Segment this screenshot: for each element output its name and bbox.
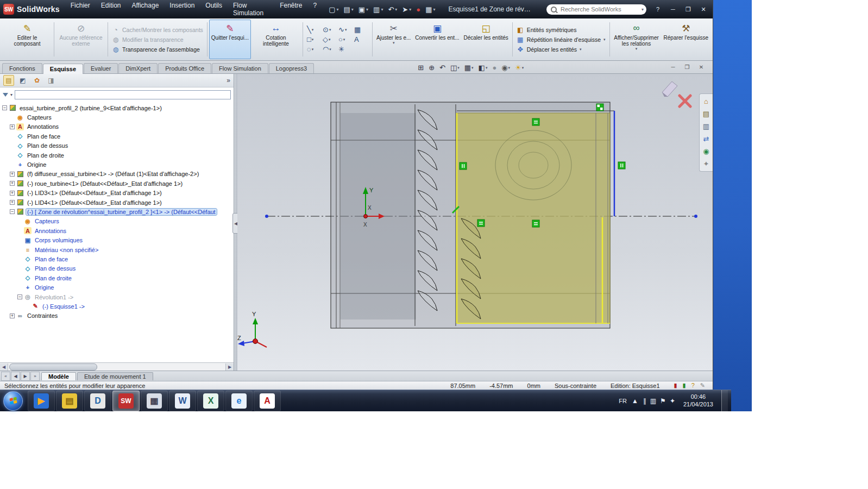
panel-chevron-icon[interactable]: » [227, 77, 230, 84]
sketch-tool-icon[interactable]: ◇▾ [323, 35, 337, 43]
search-box[interactable]: ▾ [546, 4, 646, 15]
taskbar-calculator[interactable]: ▦ [141, 391, 168, 411]
edit-appearance-icon[interactable]: ◉▾ [501, 64, 510, 72]
scrollbar-thumb[interactable] [9, 363, 97, 371]
sketch-tool-icon[interactable]: ▦ [354, 26, 368, 34]
appearances-tab[interactable]: ◉ [701, 146, 712, 157]
tree-item[interactable]: +(-) roue_turbine<1> (Défaut<<Défaut>_Et… [0, 179, 234, 188]
configurationmanager-tab[interactable]: ✿ [32, 75, 42, 86]
scene-icon[interactable]: ☀▾ [515, 64, 524, 72]
view-orientation-icon[interactable]: ▦▾ [464, 64, 474, 72]
design-library-tab[interactable]: ▤ [701, 108, 712, 120]
tray-safely-remove-icon[interactable]: ✦ [670, 397, 675, 405]
doc-restore-button[interactable]: ❐ [682, 63, 692, 71]
select-cursor-icon[interactable]: ➤▾ [402, 5, 411, 14]
tree-item[interactable]: +∞Contraintes [0, 311, 234, 321]
tree-expander[interactable]: − [17, 294, 22, 299]
tree-item[interactable]: −essai_turbine_profil_2 (turbine_9<Etat … [0, 103, 234, 112]
menu-flow-simulation[interactable]: Flow Simulation [232, 1, 270, 18]
zoom-fit-icon[interactable]: ⊞ [418, 64, 424, 72]
tree-expander[interactable]: + [10, 200, 15, 205]
section-view-icon[interactable]: ◫▾ [450, 64, 460, 72]
ribbon-button-aucune-r-f-rence-externe[interactable]: ⊘Aucune référence externe [56, 20, 106, 59]
menu-fen-tre[interactable]: Fenêtre [279, 1, 303, 18]
doc-minimize-button[interactable]: ─ [668, 63, 678, 71]
tab-scroll-icon[interactable]: » [30, 372, 40, 381]
tree-item[interactable]: ◇Plan de droite [0, 151, 234, 160]
propertymanager-tab[interactable]: ◩ [17, 75, 28, 86]
sketch-tool-icon[interactable]: ╲▾ [307, 26, 321, 34]
taskbar-excel[interactable]: X [197, 391, 224, 411]
tree-item[interactable]: ◉Capteurs [0, 217, 234, 226]
search-input[interactable] [559, 5, 639, 13]
rebuild-ok-icon[interactable]: ▮ [683, 382, 686, 389]
tab-logopress3[interactable]: Logopress3 [269, 63, 315, 73]
home-tab[interactable]: ⌂ [701, 96, 712, 107]
custom-properties-tab[interactable]: ✦ [701, 158, 712, 170]
zoom-area-icon[interactable]: ⊕ [429, 64, 435, 72]
tree-item[interactable]: −◎Révolution1 -> [0, 292, 234, 302]
tree-item[interactable]: ◇Plan de dessus [0, 141, 234, 151]
ribbon-button-afficher-supprimer-les-relations[interactable]: ∞Afficher/Supprimer les relations▾ [612, 20, 662, 59]
print-icon[interactable]: ▥▾ [373, 5, 383, 14]
sketch-tool-icon[interactable]: ∿▾ [338, 26, 353, 34]
taskbar-acrobat[interactable]: A [254, 391, 281, 411]
previous-view-icon[interactable]: ↶ [439, 64, 445, 72]
sketch-tool-icon[interactable]: ○▾ [338, 35, 353, 43]
sketch-tool-icon[interactable]: A [354, 35, 368, 43]
tab-scroll-icon[interactable]: ▶ [21, 372, 30, 381]
ribbon-button-r-parer-l-esquisse[interactable]: ⚒Réparer l'esquisse [662, 20, 711, 59]
menu-edition[interactable]: Edition [100, 1, 122, 18]
tree-item[interactable]: −(-) [ Zone de révolution^essai_turbine_… [0, 207, 234, 216]
ribbon-button-modifier-la-transparence[interactable]: ◍Modifier la transparence [112, 36, 203, 43]
tree-item[interactable]: +(f) diffuseur_essai_turbine<1> -> (Défa… [0, 170, 234, 179]
taskbar-explorer[interactable]: ▤ [56, 391, 83, 411]
tree-expander[interactable]: + [10, 124, 15, 129]
tree-item[interactable]: ▣Corps volumiques [0, 235, 234, 244]
tree-item[interactable]: ◇Plan de dessus [0, 264, 234, 273]
menu-insertion[interactable]: Insertion [168, 1, 196, 18]
tray-flag-icon[interactable]: ⚑ [660, 397, 666, 405]
save-icon[interactable]: ▣▾ [358, 5, 368, 14]
ribbon-button-aimantations-instantan-es[interactable]: ∪Aimantations instantanées [710, 20, 713, 59]
tree-item[interactable]: +AAnnotations [0, 122, 234, 131]
filter-dropdown-icon[interactable]: ▾ [10, 92, 12, 97]
tab-dimxpert[interactable]: DimXpert [118, 63, 158, 73]
ribbon-button-convertir-les-ent[interactable]: ▣Convertir les ent... [413, 20, 461, 59]
tab-produits-office[interactable]: Produits Office [158, 63, 211, 73]
menu-outils[interactable]: Outils [204, 1, 223, 18]
tree-item[interactable]: ◇Plan de face [0, 131, 234, 141]
options-icon[interactable]: ▦▾ [425, 5, 435, 14]
tree-expander[interactable]: + [10, 172, 15, 177]
search-dropdown-icon[interactable]: ▾ [641, 7, 644, 12]
bottom-tab-mod-le[interactable]: Modèle [41, 372, 76, 380]
tree-expander[interactable]: − [10, 209, 15, 214]
dimxpertmanager-tab[interactable]: ◨ [46, 75, 56, 86]
hidden-icons-chevron[interactable]: ▲ [632, 397, 638, 405]
sketch-tool-icon[interactable]: ✳ [338, 45, 353, 53]
bottom-tab-etude-de-mouvement-1[interactable]: Etude de mouvement 1 [77, 372, 153, 380]
start-button[interactable] [3, 391, 23, 411]
tray-network-icon[interactable]: ∥ [643, 397, 646, 405]
doc-close-button[interactable]: ✕ [696, 63, 706, 71]
open-document-icon[interactable]: ▤▾ [343, 5, 353, 14]
menu-fichier[interactable]: Fichier [70, 1, 91, 18]
close-button[interactable]: ✕ [697, 5, 709, 14]
featuremanager-tab[interactable]: ▤ [3, 75, 14, 86]
tray-volume-icon[interactable]: ▥ [650, 397, 656, 405]
tree-item[interactable]: +Origine [0, 283, 234, 292]
tab-flow-simulation[interactable]: Flow Simulation [212, 63, 268, 73]
rebuild-flag-icon[interactable]: ▮ [674, 382, 677, 389]
ribbon-button-d-placer-les-entit-s[interactable]: ✥Déplacer les entités▾ [517, 46, 606, 53]
tree-item[interactable]: ◇Plan de face [0, 254, 234, 264]
ribbon-button-editer-le-composant[interactable]: ✎Editer le composant [2, 20, 52, 59]
quick-tips-icon[interactable]: ? [691, 382, 695, 389]
tab-esquisse[interactable]: Esquisse [43, 64, 83, 74]
tree-item[interactable]: ◉Capteurs [0, 112, 234, 122]
tree-item[interactable]: ✎(-) Esquisse1 -> [0, 302, 234, 311]
tree-item[interactable]: ◇Plan de droite [0, 273, 234, 283]
ribbon-button-entit-s-sym-triques[interactable]: ◧Entités symétriques [517, 26, 606, 34]
menu-affichage[interactable]: Affichage [130, 1, 160, 18]
display-style-icon[interactable]: ◧▾ [479, 64, 488, 72]
minimize-button[interactable]: ─ [667, 5, 679, 14]
